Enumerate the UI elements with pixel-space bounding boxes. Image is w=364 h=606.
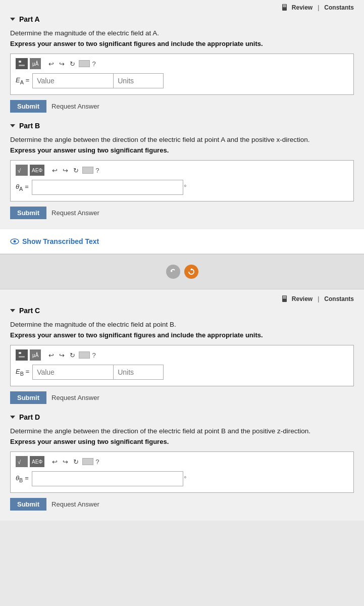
part-b-refresh[interactable]: ↻ [72, 166, 80, 175]
part-b-label: Part B [19, 122, 40, 130]
part-c-header: Part C [10, 307, 354, 315]
review-link[interactable]: Review [292, 4, 313, 11]
part-c-answer-box: μÅ ↩ ↪ ↻ ? EB = [10, 345, 354, 386]
part-b-header: Part B [10, 122, 354, 130]
refresh-icon [188, 268, 195, 275]
svg-rect-12 [283, 296, 286, 296]
part-c-submit[interactable]: Submit [10, 391, 46, 404]
part-d-greek-btn[interactable]: ΑΕΦ [30, 456, 44, 467]
part-b-chevron[interactable] [10, 124, 15, 127]
part-d-degree-symbol: ° [184, 475, 187, 482]
svg-rect-4 [19, 61, 21, 63]
part-d-redo[interactable]: ↪ [61, 457, 70, 467]
svg-text:√: √ [18, 459, 21, 465]
eye-icon [10, 238, 19, 244]
part-c-instruction: Express your answer to two significant f… [10, 331, 354, 339]
part-d-submit[interactable]: Submit [10, 498, 46, 511]
part-d-buttons: Submit Request Answer [10, 498, 354, 511]
constants-link[interactable]: Constants [324, 4, 354, 11]
undo-icon [170, 268, 177, 275]
part-b-instruction: Express your answer using two significan… [10, 146, 354, 154]
fraction-btn[interactable] [16, 58, 28, 69]
part-c-help[interactable]: ? [92, 351, 95, 359]
redo-btn[interactable]: ↪ [58, 59, 66, 69]
part-b-input-row: θA = ° [16, 180, 348, 195]
part-b-answer-box: √ ΑΕΦ ↩ ↪ ↻ ? θA = ° [10, 160, 354, 201]
part-c-refresh[interactable]: ↻ [68, 350, 77, 360]
part-c-units-input[interactable] [113, 365, 164, 380]
part-d-toolbar: √ ΑΕΦ ↩ ↪ ↻ ? [16, 456, 348, 467]
part-a-units-input[interactable] [113, 73, 164, 88]
bottom-constants-link[interactable]: Constants [324, 295, 354, 302]
part-d-answer-box: √ ΑΕΦ ↩ ↪ ↻ ? θB = ° [10, 451, 354, 493]
part-b-help[interactable]: ? [95, 167, 99, 174]
part-d-instruction: Express your answer using two significan… [10, 438, 354, 445]
part-a-chevron[interactable] [10, 18, 15, 21]
part-a-buttons: Submit Request Answer [10, 100, 354, 113]
part-b-redo[interactable]: ↪ [61, 166, 70, 175]
svg-text:√: √ [18, 168, 21, 174]
part-a-submit[interactable]: Submit [10, 100, 46, 113]
svg-rect-1 [283, 5, 286, 5]
part-b-undo[interactable]: ↩ [50, 166, 59, 175]
image-btn[interactable] [79, 60, 90, 67]
part-d-angle-input[interactable] [32, 471, 183, 486]
part-d-chevron[interactable] [10, 416, 15, 419]
part-c-ua-btn[interactable]: μÅ [30, 349, 41, 361]
part-b-image[interactable] [82, 167, 93, 174]
bottom-review-link[interactable]: Review [292, 295, 313, 302]
part-c-image[interactable] [79, 351, 90, 359]
part-b-angle-input[interactable] [32, 180, 183, 195]
svg-rect-5 [19, 65, 25, 66]
part-a-answer-box: μÅ ↩ ↪ ↻ ? EA = [10, 54, 354, 95]
part-d-header: Part D [10, 413, 354, 421]
part-b-submit[interactable]: Submit [10, 207, 46, 219]
part-b-sqrt-btn[interactable]: √ [16, 165, 28, 176]
svg-rect-15 [19, 352, 21, 354]
part-a-label: Part A [19, 15, 40, 23]
help-btn[interactable]: ? [92, 60, 95, 68]
part-d-question: Determine the angle between the directio… [10, 427, 354, 435]
part-a-request[interactable]: Request Answer [51, 103, 99, 110]
part-a-question: Determine the magnitude of the electric … [10, 29, 354, 37]
part-c-input-label: EB = [16, 368, 29, 377]
part-c-input-row: EB = [16, 365, 348, 380]
part-d-refresh[interactable]: ↻ [72, 457, 80, 467]
undo-btn[interactable]: ↩ [47, 59, 56, 69]
bottom-review-book-icon [282, 295, 288, 302]
undo-round-btn[interactable] [166, 265, 180, 279]
part-d-request[interactable]: Request Answer [51, 500, 99, 508]
part-a-value-input[interactable] [32, 73, 113, 88]
part-a-toolbar: μÅ ↩ ↪ ↻ ? [16, 58, 348, 69]
svg-rect-16 [19, 356, 25, 358]
refresh-round-btn[interactable] [184, 265, 198, 279]
part-a-instruction: Express your answer to two significant f… [10, 40, 354, 47]
toolbar-ua-btn[interactable]: μÅ [30, 58, 41, 69]
part-d-image[interactable] [82, 458, 93, 465]
part-d-help[interactable]: ? [95, 458, 99, 466]
part-b-request[interactable]: Request Answer [51, 209, 99, 217]
part-d-sqrt-btn[interactable]: √ [16, 456, 28, 467]
review-book-icon [282, 4, 288, 11]
top-links: Review | Constants [10, 4, 354, 11]
part-b-greek-btn[interactable]: ΑΕΦ [30, 165, 44, 176]
svg-rect-3 [283, 7, 286, 7]
part-d-undo[interactable]: ↩ [50, 457, 59, 467]
svg-point-8 [14, 240, 16, 243]
show-transcribed-label: Show Transcribed Text [22, 237, 99, 245]
part-c-value-input[interactable] [32, 365, 113, 380]
refresh-btn[interactable]: ↻ [68, 59, 77, 69]
top-section: Review | Constants Part A Determine the … [0, 0, 364, 229]
svg-rect-14 [283, 298, 286, 298]
part-c-request[interactable]: Request Answer [51, 394, 99, 401]
part-c-fraction-btn[interactable] [16, 349, 28, 361]
svg-rect-13 [283, 297, 286, 297]
part-c-chevron[interactable] [10, 309, 15, 312]
part-c-toolbar: μÅ ↩ ↪ ↻ ? [16, 349, 348, 361]
part-c-undo[interactable]: ↩ [47, 350, 56, 360]
part-b-toolbar: √ ΑΕΦ ↩ ↪ ↻ ? [16, 165, 348, 176]
show-transcribed-section[interactable]: Show Transcribed Text [0, 229, 364, 254]
part-d-input-row: θB = ° [16, 471, 348, 486]
bottom-top-links: Review | Constants [10, 295, 354, 302]
part-c-redo[interactable]: ↪ [58, 350, 66, 360]
